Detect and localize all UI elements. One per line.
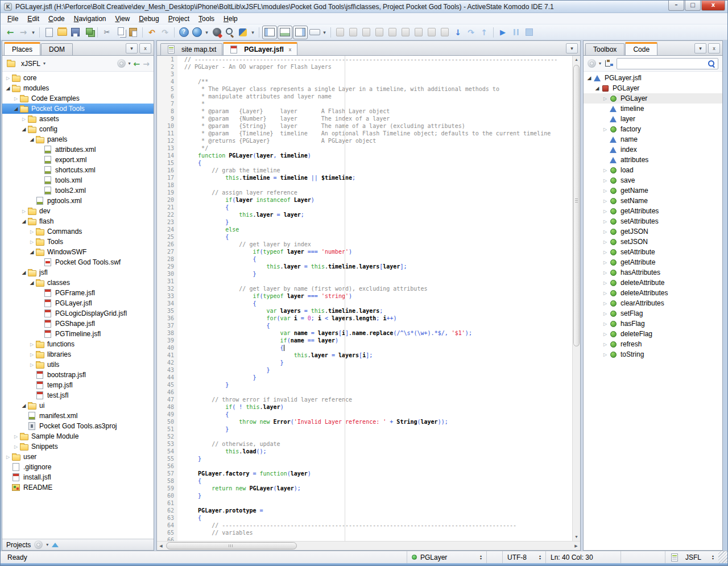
code-line[interactable]: 51 }	[157, 425, 572, 433]
tree-item-getattributes[interactable]: ▷getAttributes	[584, 206, 722, 216]
tree-item-factory[interactable]: ▷factory	[584, 124, 722, 134]
preview-dropdown-icon[interactable]	[204, 26, 210, 39]
code-line[interactable]: 26 // get layer by index	[157, 241, 572, 248]
tree-item-clearattributes[interactable]: ▷clearAttributes	[584, 298, 722, 308]
menu-project[interactable]: Project	[164, 14, 194, 24]
tree-item-pgtimeline-jsfl[interactable]: PGTimeline.jsfl	[2, 329, 154, 339]
debug-button-1-icon[interactable]	[334, 26, 346, 39]
tree-item-index[interactable]: index	[584, 144, 722, 155]
redo-button[interactable]	[159, 26, 171, 39]
run-button[interactable]	[497, 26, 509, 39]
code-line[interactable]: 27 if(typeof layer === 'number')	[157, 248, 572, 255]
horizontal-scroll-thumb[interactable]	[166, 542, 297, 550]
expand-arrow-icon[interactable]: ▷	[602, 188, 609, 193]
shell-dropdown-icon[interactable]	[250, 26, 256, 39]
interactive-shell-button[interactable]	[237, 26, 249, 39]
expand-arrow-icon[interactable]: ▷	[602, 321, 609, 327]
code-line[interactable]: 3	[157, 71, 572, 78]
step-out-button[interactable]	[478, 26, 490, 39]
collapse-arrow-icon[interactable]: ◢	[5, 85, 11, 91]
tree-item-utils[interactable]: ▷utils	[2, 360, 154, 370]
code-line[interactable]: 34 {	[157, 300, 572, 307]
status-scope[interactable]: PGLayer ▴▾	[407, 551, 486, 563]
symbol-search-input[interactable]	[619, 60, 708, 67]
menu-debug[interactable]: Debug	[134, 14, 163, 24]
editor-vertical-scrollbar[interactable]: ▲ ▼	[572, 56, 580, 541]
back-button[interactable]	[4, 26, 16, 39]
tree-item-deleteattributes[interactable]: ▷deleteAttributes	[584, 288, 722, 298]
tree-item-pglayer-jsfl[interactable]: ◢PGLayer.jsfl	[584, 73, 722, 83]
expand-arrow-icon[interactable]: ▷	[602, 270, 609, 275]
expand-arrow-icon[interactable]: ▷	[28, 229, 35, 234]
expand-arrow-icon[interactable]: ▷	[602, 127, 609, 132]
tree-item-windowswf[interactable]: ◢WindowSWF	[2, 247, 154, 257]
code-line[interactable]: 32 // get layer by name (first word), ex…	[157, 285, 572, 292]
code-line[interactable]: 1// ------------------------------------…	[157, 56, 572, 63]
expand-arrow-icon[interactable]: ▷	[602, 239, 609, 245]
tab-close-icon[interactable]: x	[289, 47, 292, 52]
tree-item-pgframe-jsfl[interactable]: PGFrame.jsfl	[2, 288, 154, 298]
editor-tab-list-dropdown[interactable]: ▾	[566, 43, 578, 53]
code-line[interactable]: 30 }	[157, 270, 572, 278]
right-pane-dropdown[interactable]: ▾	[694, 43, 706, 53]
code-line[interactable]: 36 for(var i = 0; i < layers.length; i++…	[157, 315, 572, 322]
code-line[interactable]: 49 {	[157, 411, 572, 418]
tree-item-tools2-xml[interactable]: tools2.xml	[2, 185, 154, 196]
projects-gear-icon[interactable]	[34, 540, 43, 549]
tree-item-jsfl[interactable]: ◢jsfl	[2, 267, 154, 278]
code-browser-gear-dropdown-icon[interactable]: ▾	[599, 61, 601, 66]
code-line[interactable]: 53 // otherwise, update	[157, 440, 572, 448]
collapse-arrow-icon[interactable]: ◢	[28, 249, 35, 255]
tree-item-functions[interactable]: ▷functions	[2, 339, 154, 349]
projects-bar[interactable]: Projects ▾	[2, 539, 154, 550]
expand-arrow-icon[interactable]: ▷	[602, 219, 609, 224]
right-pane-close-icon[interactable]: x	[708, 43, 720, 53]
expand-arrow-icon[interactable]: ▷	[602, 311, 609, 316]
tree-item-layer[interactable]: layer	[584, 114, 722, 124]
code-line[interactable]: 55 }	[157, 455, 572, 462]
code-line[interactable]: 44 }	[157, 374, 572, 381]
scroll-left-icon[interactable]: ◀	[157, 542, 165, 550]
menu-file[interactable]: File	[3, 14, 23, 24]
code-line[interactable]: 64 // ----------------------------------…	[157, 522, 572, 529]
debug-button-4-icon[interactable]	[373, 26, 386, 39]
code-line[interactable]: 6 * manipulate attributes and layer name	[157, 93, 572, 100]
expand-arrow-icon[interactable]: ▷	[602, 199, 609, 204]
expand-arrow-icon[interactable]: ▷	[20, 209, 27, 214]
code-line[interactable]: 61	[157, 499, 572, 507]
places-pane-dropdown[interactable]: ▾	[126, 43, 138, 53]
help-button[interactable]	[177, 26, 190, 39]
expand-arrow-icon[interactable]: ▷	[602, 301, 609, 306]
editor-horizontal-scrollbar[interactable]: ◀ ▶	[157, 541, 580, 550]
toggle-left-pane-button[interactable]	[262, 26, 277, 39]
status-cursor-position[interactable]: Ln: 40 Col: 30	[545, 551, 621, 563]
tree-item-modules[interactable]: ◢modules	[2, 83, 154, 93]
code-line[interactable]: 2// PGLayer - An OO wrapper for Flash La…	[157, 63, 572, 71]
expand-arrow-icon[interactable]: ▷	[28, 352, 35, 357]
tree-item--gitignore[interactable]: .gitignore	[2, 462, 154, 472]
code-line[interactable]: 13 */	[157, 144, 572, 152]
tree-item-getjson[interactable]: ▷getJSON	[584, 226, 722, 237]
code-line[interactable]: 37 {	[157, 322, 572, 329]
tree-item-pocket-god-tools-as3proj[interactable]: Pocket God Tools.as3proj	[2, 421, 154, 431]
debug-button-7-icon[interactable]	[412, 26, 425, 39]
tree-item-test-jsfl[interactable]: test.jsfl	[2, 390, 154, 400]
tree-item-attributes[interactable]: attributes	[584, 155, 722, 165]
resize-grip[interactable]	[718, 551, 727, 563]
stop-button[interactable]	[523, 26, 535, 39]
toggle-bottom-pane-button[interactable]	[278, 26, 292, 39]
tab-toolbox[interactable]: Toolbox	[585, 43, 624, 55]
code-line[interactable]: 56	[157, 462, 572, 470]
tree-item-ui[interactable]: ◢ui	[2, 400, 154, 411]
code-line[interactable]: 15 {	[157, 159, 572, 167]
tree-item-pocket-god-tools-swf[interactable]: Pocket God Tools.swf	[2, 257, 154, 267]
code-line[interactable]: 52	[157, 433, 572, 440]
tree-item-pglogicdisplaygrid-jsfl[interactable]: PGLogicDisplayGrid.jsfl	[2, 308, 154, 319]
debug-button-3-icon[interactable]	[360, 26, 373, 39]
expand-arrow-icon[interactable]: ▷	[602, 250, 609, 255]
tree-item-deleteflag[interactable]: ▷deleteFlag	[584, 329, 722, 339]
tree-item-user[interactable]: ▷user	[2, 452, 154, 462]
tree-item-setattribute[interactable]: ▷setAttribute	[584, 247, 722, 257]
save-button[interactable]	[69, 26, 81, 39]
tree-item-setjson[interactable]: ▷setJSON	[584, 237, 722, 247]
